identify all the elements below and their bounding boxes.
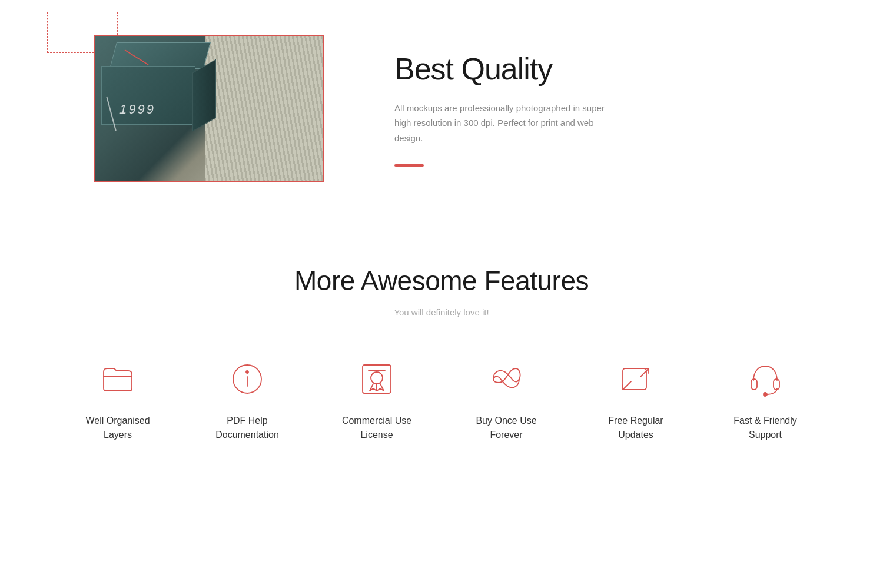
refresh-icon xyxy=(615,358,656,400)
box-front-face: 1999 xyxy=(101,66,195,125)
headset-icon xyxy=(745,358,786,400)
feature-item-layers: Well OrganisedLayers xyxy=(59,358,177,442)
box-side-face xyxy=(192,59,216,131)
feature-item-commercial: Commercial UseLicense xyxy=(318,358,436,442)
feature-label-pdf: PDF HelpDocumentation xyxy=(215,414,279,442)
image-area: 1999 xyxy=(94,35,324,182)
infinity-icon xyxy=(486,358,527,400)
feature-label-layers: Well OrganisedLayers xyxy=(85,414,150,442)
svg-line-0 xyxy=(125,50,148,65)
diagonal-decoration xyxy=(106,97,116,131)
feature-item-buy-once: Buy Once UseForever xyxy=(447,358,565,442)
features-grid: Well OrganisedLayers PDF HelpDocumentati… xyxy=(59,358,824,442)
certificate-icon xyxy=(356,358,397,400)
svg-rect-9 xyxy=(774,379,779,390)
features-subtitle: You will definitely love it! xyxy=(59,307,824,317)
features-title: More Awesome Features xyxy=(59,265,824,297)
folder-icon xyxy=(97,358,138,400)
feature-item-updates: Free RegularUpdates xyxy=(577,358,695,442)
feature-item-support: Fast & FriendlySupport xyxy=(706,358,824,442)
svg-point-5 xyxy=(371,372,383,384)
svg-point-3 xyxy=(246,371,248,373)
info-circle-icon xyxy=(227,358,268,400)
red-divider xyxy=(394,164,424,167)
quality-content: Best Quality All mockups are professiona… xyxy=(371,51,789,167)
feature-label-support: Fast & FriendlySupport xyxy=(733,414,797,442)
feature-label-buy-once: Buy Once UseForever xyxy=(476,414,536,442)
features-section: More Awesome Features You will definitel… xyxy=(0,230,883,489)
top-section: 1999 Best Quality All mockups are profes… xyxy=(0,0,883,230)
stripes-bg xyxy=(205,36,323,182)
feature-item-pdf: PDF HelpDocumentation xyxy=(188,358,306,442)
quality-title: Best Quality xyxy=(394,51,789,87)
svg-point-10 xyxy=(764,393,767,396)
year-label: 1999 xyxy=(119,102,155,117)
arrow-connector xyxy=(78,29,148,65)
quality-description: All mockups are professionally photograp… xyxy=(394,101,606,146)
feature-label-updates: Free RegularUpdates xyxy=(608,414,663,442)
feature-label-commercial: Commercial UseLicense xyxy=(342,414,411,442)
svg-rect-8 xyxy=(751,379,757,390)
